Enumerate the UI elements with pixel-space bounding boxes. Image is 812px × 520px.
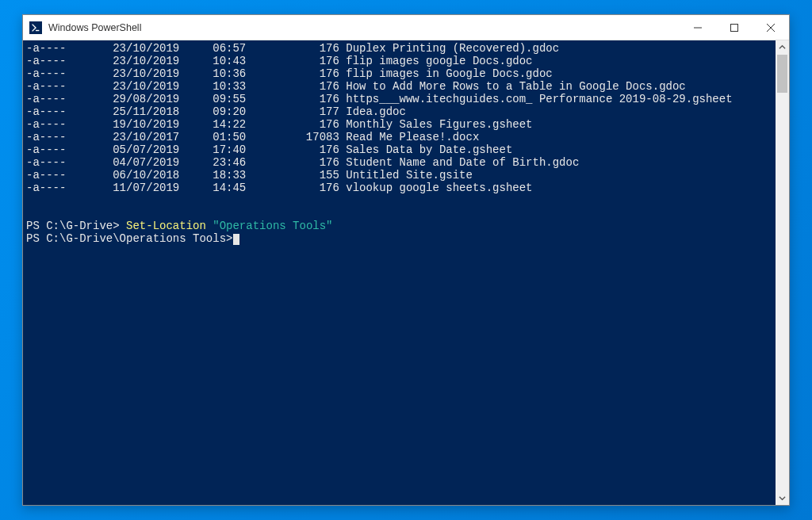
powershell-window: Windows PowerShell -a---- 23/10/2019 06:… xyxy=(22,14,790,506)
prompt-line-1: PS C:\G-Drive> Set-Location "Operations … xyxy=(26,220,772,232)
file-row: -a---- 23/10/2019 06:57 176 Duplex Print… xyxy=(26,42,772,55)
cmdlet: Set-Location xyxy=(126,220,206,232)
svg-rect-1 xyxy=(731,24,738,31)
blank-line xyxy=(26,207,772,220)
scroll-up-icon[interactable] xyxy=(776,40,789,54)
file-row: -a---- 23/10/2017 01:50 17083 Read Me Pl… xyxy=(26,131,772,143)
file-row: -a---- 04/07/2019 23:46 176 Student Name… xyxy=(26,156,772,169)
prompt-line-2[interactable]: PS C:\G-Drive\Operations Tools> xyxy=(26,232,772,245)
prompt-prefix: PS C:\G-Drive> xyxy=(26,220,126,232)
file-row: -a---- 05/07/2019 17:40 176 Sales Data b… xyxy=(26,143,772,156)
close-button[interactable] xyxy=(753,15,789,40)
terminal-output[interactable]: -a---- 23/10/2019 06:57 176 Duplex Print… xyxy=(23,40,776,505)
file-row: -a---- 11/07/2019 14:45 176 vlookup goog… xyxy=(26,182,772,194)
minimize-button[interactable] xyxy=(680,15,716,40)
file-row: -a---- 19/10/2019 14:22 176 Monthly Sale… xyxy=(26,118,772,131)
terminal-area: -a---- 23/10/2019 06:57 176 Duplex Print… xyxy=(23,40,789,505)
file-row: -a---- 23/10/2019 10:43 176 flip images … xyxy=(26,55,772,67)
cursor xyxy=(233,234,239,245)
powershell-icon xyxy=(29,21,42,34)
window-title: Windows PowerShell xyxy=(48,22,680,33)
file-row: -a---- 23/10/2019 10:33 176 How to Add M… xyxy=(26,80,772,93)
file-row: -a---- 25/11/2018 09:20 177 Idea.gdoc xyxy=(26,105,772,118)
file-row: -a---- 06/10/2018 18:33 155 Untitled Sit… xyxy=(26,169,772,182)
titlebar[interactable]: Windows PowerShell xyxy=(23,15,789,40)
scroll-down-icon[interactable] xyxy=(776,491,789,505)
vertical-scrollbar[interactable] xyxy=(776,40,789,505)
window-controls xyxy=(680,15,789,40)
cmd-arg: "Operations Tools" xyxy=(213,220,332,232)
scroll-thumb[interactable] xyxy=(777,55,787,93)
file-row: -a---- 23/10/2019 10:36 176 flip images … xyxy=(26,67,772,80)
blank-line xyxy=(26,194,772,207)
maximize-button[interactable] xyxy=(716,15,753,40)
file-row: -a---- 29/08/2019 09:55 176 https___www.… xyxy=(26,93,772,105)
prompt-prefix: PS C:\G-Drive\Operations Tools> xyxy=(26,232,232,245)
